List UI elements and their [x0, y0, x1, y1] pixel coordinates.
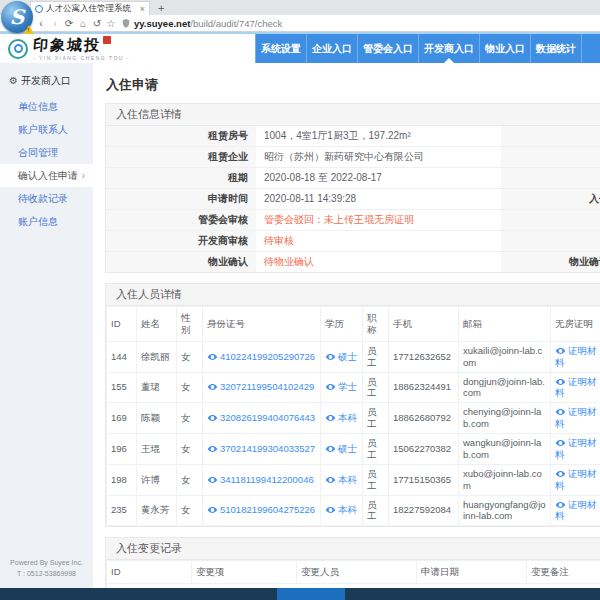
degree-label[interactable]: 学士 [338, 381, 357, 392]
browser-tab[interactable]: 人才公寓入住管理系统 × [30, 1, 150, 15]
cell-email: chenying@joinn-lab.com [459, 403, 551, 434]
cell-idcard-link[interactable]: 410224199205290726 [203, 341, 321, 372]
cell-idcard-link[interactable]: 510182199604275226 [203, 495, 321, 526]
history-icon[interactable]: ↺ [90, 18, 104, 29]
cell-id: 235 [107, 495, 137, 526]
detail-value: 2020-08-11 14:39:28 [256, 189, 501, 209]
detail-label: 租期 [106, 168, 256, 188]
sidebar-item-unit-info[interactable]: 单位信息 [0, 95, 93, 118]
cell-cert-link[interactable]: 证明材料 [551, 403, 600, 434]
close-tab-icon[interactable]: × [140, 4, 145, 14]
nav-item-developer-entry[interactable]: 开发商入口 [419, 34, 480, 63]
sidebar-item-contract-management[interactable]: 合同管理 [0, 141, 93, 164]
idcard-number[interactable]: 341181199412200046 [220, 474, 314, 486]
sidebar-item-confirm-checkin-request[interactable]: 确认入住申请› [0, 164, 93, 187]
detail-right-area: 入住时间 [501, 189, 600, 209]
cell-id: 198 [107, 464, 137, 495]
detail-right-area [501, 126, 600, 146]
cell-name: 黄永芳 [137, 495, 177, 526]
nav-item-enterprise-entry[interactable]: 企业入口 [307, 34, 358, 63]
degree-label[interactable]: 本科 [338, 504, 357, 515]
degree-label[interactable]: 硕士 [338, 443, 357, 454]
idcard-number[interactable]: 320826199404076443 [220, 412, 315, 424]
nav-item-data-statistics[interactable]: 数据统计 [531, 34, 582, 63]
sidebar-item-label: 单位信息 [18, 101, 58, 112]
cell-idcard-link[interactable]: 341181199412200046 [203, 464, 321, 495]
cell-cert-link[interactable]: 证明材料 [551, 372, 600, 403]
idcard-number[interactable]: 370214199304033527 [220, 443, 315, 455]
column-header: ID [107, 307, 137, 342]
idcard-number[interactable]: 510182199604275226 [220, 504, 315, 516]
brand-logo: 印象城投 - YIN XIANG CHENG TOU - [0, 34, 255, 63]
column-header: 申请日期 [417, 561, 527, 584]
home-icon[interactable]: ⌂ [76, 18, 90, 29]
cell-name: 王琨 [137, 434, 177, 465]
degree-label[interactable]: 硕士 [338, 351, 357, 362]
column-header: 变更人员 [297, 561, 417, 584]
reload-icon[interactable]: ⟳ [62, 18, 76, 29]
detail-status-value: 待审核 [256, 231, 501, 251]
cell-idcard-link[interactable]: 320826199404076443 [203, 403, 321, 434]
degree-label[interactable]: 本科 [338, 474, 357, 485]
change-log-heading: 入住变更记录 [106, 538, 600, 560]
occupant-row: 196王琨女370214199304033527硕士员工15062270382w… [107, 434, 600, 465]
cell-gender: 女 [177, 434, 203, 465]
back-icon[interactable]: ‹ [34, 18, 48, 29]
degree-label[interactable]: 本科 [338, 412, 357, 423]
sidebar-item-account-contacts[interactable]: 账户联系人 [0, 118, 93, 141]
cell-phone: 18862324491 [389, 372, 459, 403]
eye-icon [207, 383, 218, 391]
cell-degree-link[interactable]: 学士 [321, 372, 363, 403]
scrollbar-thumb[interactable] [277, 588, 345, 600]
cell-degree-link[interactable]: 本科 [321, 403, 363, 434]
idcard-number[interactable]: 320721199504102429 [220, 381, 314, 393]
cell-cert-link[interactable]: 证明材料 [551, 495, 600, 526]
bookmark-star-icon[interactable]: ☆ [104, 18, 118, 29]
brand-subtitle: - YIN XIANG CHENG TOU - [33, 55, 130, 61]
url-field[interactable]: yy.suyee.net/build/audit/747/check [122, 18, 600, 29]
shield-icon [122, 19, 130, 28]
taskbar [0, 588, 600, 600]
occupants-table: ID姓名性别身份证号学历职称手机邮箱无房证明144徐凯丽女41022419920… [106, 306, 600, 526]
cell-degree-link[interactable]: 硕士 [321, 434, 363, 465]
eye-icon [325, 414, 336, 422]
change-log-panel: 入住变更记录 ID变更项变更人员申请日期变更备注无数据 [105, 537, 600, 589]
page-title: 入住申请 [106, 76, 600, 94]
column-header: 邮箱 [459, 307, 551, 342]
url-path: /build/audit/747/check [190, 18, 282, 29]
browser-chrome: 人才公寓入住管理系统 × + ‹ › ⟳ ⌂ ↺ ☆ yy.suyee.net/… [0, 0, 600, 32]
cell-idcard-link[interactable]: 320721199504102429 [203, 372, 321, 403]
cell-idcard-link[interactable]: 370214199304033527 [203, 434, 321, 465]
nav-item-committee-entry[interactable]: 管委会入口 [358, 34, 419, 63]
nav-item-label: 企业入口 [312, 42, 352, 56]
nav-item-system-settings[interactable]: 系统设置 [255, 34, 307, 63]
eye-icon [325, 445, 336, 453]
column-header: 变更项 [192, 561, 297, 584]
column-header: 身份证号 [203, 307, 321, 342]
cell-phone: 18862680792 [389, 403, 459, 434]
nav-item-property-entry[interactable]: 物业入口 [480, 34, 531, 63]
cell-degree-link[interactable]: 本科 [321, 495, 363, 526]
column-header: 性别 [177, 307, 203, 342]
idcard-number[interactable]: 410224199205290726 [220, 351, 315, 363]
sidebar-item-pending-payment-records[interactable]: 待收款记录 [0, 187, 93, 210]
forward-icon[interactable]: › [48, 18, 62, 29]
detail-right-area [501, 231, 600, 251]
occupants-header-row: ID姓名性别身份证号学历职称手机邮箱无房证明 [107, 307, 600, 342]
cell-cert-link[interactable]: 证明材料 [551, 464, 600, 495]
detail-right-label [501, 210, 600, 230]
cell-email: huangyongfang@joinn-lab.com [459, 495, 551, 526]
eye-icon [207, 353, 218, 361]
cell-degree-link[interactable]: 硕士 [321, 341, 363, 372]
main-area: 入住申请 入住信息详情 租赁房号1004，4室1厅1厨3卫，197.22m²租赁… [93, 63, 600, 589]
cell-id: 155 [107, 372, 137, 403]
cell-cert-link[interactable]: 证明材料 [551, 341, 600, 372]
sidebar-item-account-info[interactable]: 账户信息 [0, 210, 93, 233]
new-tab-button[interactable]: + [158, 2, 164, 14]
cell-degree-link[interactable]: 本科 [321, 464, 363, 495]
cell-cert-link[interactable]: 证明材料 [551, 434, 600, 465]
detail-label: 租赁房号 [106, 126, 256, 146]
detail-value: 昭衍（苏州）新药研究中心有限公司 [256, 147, 501, 167]
nav-item-label: 物业入口 [485, 42, 525, 56]
detail-label: 管委会审核 [106, 210, 256, 230]
